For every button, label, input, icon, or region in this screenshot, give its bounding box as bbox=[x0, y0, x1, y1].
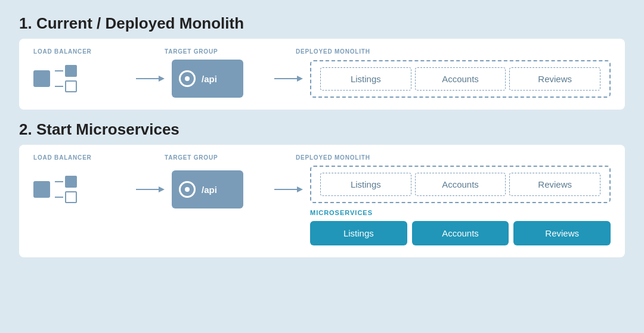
section-2-title: 2. Start Microservices bbox=[19, 120, 625, 139]
lb-mini-sq-top-2 bbox=[65, 176, 77, 188]
tg-circle-2 bbox=[179, 181, 196, 198]
section-1-mono: Listings Accounts Reviews bbox=[310, 60, 611, 98]
mono-item-accounts-2: Accounts bbox=[415, 173, 506, 196]
arrow-1-to-tg bbox=[136, 73, 165, 85]
tg-api-label-1: /api bbox=[202, 74, 217, 84]
section-2-mono-col: Listings Accounts Reviews MICROSERVICES … bbox=[310, 166, 611, 245]
section-2-tg-label: TARGET GROUP bbox=[165, 154, 260, 161]
mono-item-listings-2: Listings bbox=[320, 173, 411, 196]
microservices-label: MICROSERVICES bbox=[310, 209, 611, 216]
lb-main-block-1 bbox=[33, 70, 50, 87]
tg-circle-1 bbox=[179, 70, 196, 87]
svg-marker-7 bbox=[297, 186, 303, 192]
lb-visual-2 bbox=[33, 170, 129, 208]
mono-item-reviews-2: Reviews bbox=[509, 173, 600, 196]
section-2-tg: /api bbox=[172, 166, 267, 208]
mono-item-listings-1: Listings bbox=[320, 67, 411, 91]
section-2-mono-label: DEPLOYED MONOLITH bbox=[296, 154, 611, 161]
mono-item-accounts-1: Accounts bbox=[415, 67, 506, 91]
section-1-labels-row: LOAD BALANCER TARGET GROUP DEPLOYED MONO… bbox=[33, 48, 611, 60]
section-2-card: LOAD BALANCER TARGET GROUP DEPLOYED MONO… bbox=[19, 145, 625, 257]
mono-item-reviews-1: Reviews bbox=[509, 67, 600, 91]
section-1-mono-label: DEPLOYED MONOLITH bbox=[296, 48, 611, 55]
section-1-lb-label: LOAD BALANCER bbox=[33, 48, 129, 55]
section-1-tg-label: TARGET GROUP bbox=[165, 48, 260, 55]
section-1-card: LOAD BALANCER TARGET GROUP DEPLOYED MONO… bbox=[19, 39, 625, 110]
arrow-tg-to-mono-2 bbox=[274, 166, 303, 195]
section-1-lb bbox=[33, 60, 129, 98]
arrow-2-to-tg bbox=[136, 166, 165, 195]
section-2-visuals-row: /api Listings Accounts Reviews MICROSERV… bbox=[33, 166, 611, 245]
micro-btn-accounts[interactable]: Accounts bbox=[412, 221, 509, 245]
arrow-tg-to-mono-1 bbox=[274, 73, 303, 85]
lb-visual-1 bbox=[33, 60, 129, 98]
micro-btn-reviews[interactable]: Reviews bbox=[513, 221, 611, 245]
tg-box-2: /api bbox=[172, 170, 243, 208]
section-2-labels-row: LOAD BALANCER TARGET GROUP DEPLOYED MONO… bbox=[33, 154, 611, 166]
tg-api-label-2: /api bbox=[202, 185, 217, 195]
section-1-title: 1. Current / Deployed Monolith bbox=[19, 14, 625, 33]
lb-mini-sq-bottom-2 bbox=[65, 191, 77, 203]
section-2-lb bbox=[33, 166, 129, 208]
monolith-box-1: Listings Accounts Reviews bbox=[310, 60, 611, 98]
lb-main-block-2 bbox=[33, 181, 50, 198]
monolith-box-2: Listings Accounts Reviews bbox=[310, 166, 611, 203]
section-2-lb-label: LOAD BALANCER bbox=[33, 154, 129, 161]
micro-buttons-row: Listings Accounts Reviews bbox=[310, 221, 611, 245]
micro-btn-listings[interactable]: Listings bbox=[310, 221, 407, 245]
lb-mini-sq-bottom-1 bbox=[65, 80, 77, 92]
tg-box-1: /api bbox=[172, 60, 243, 98]
section-1: 1. Current / Deployed Monolith LOAD BALA… bbox=[19, 14, 625, 110]
section-1-tg: /api bbox=[172, 60, 267, 98]
tg-circle-inner-2 bbox=[185, 187, 190, 192]
section-2: 2. Start Microservices LOAD BALANCER TAR… bbox=[19, 120, 625, 257]
svg-marker-3 bbox=[297, 76, 303, 82]
svg-marker-1 bbox=[159, 76, 165, 82]
tg-circle-inner-1 bbox=[185, 76, 190, 81]
section-1-visuals-row: /api Listings Accounts Reviews bbox=[33, 60, 611, 98]
svg-marker-5 bbox=[159, 186, 165, 192]
lb-mini-sq-top-1 bbox=[65, 65, 77, 77]
microservices-section: MICROSERVICES Listings Accounts Reviews bbox=[310, 209, 611, 245]
